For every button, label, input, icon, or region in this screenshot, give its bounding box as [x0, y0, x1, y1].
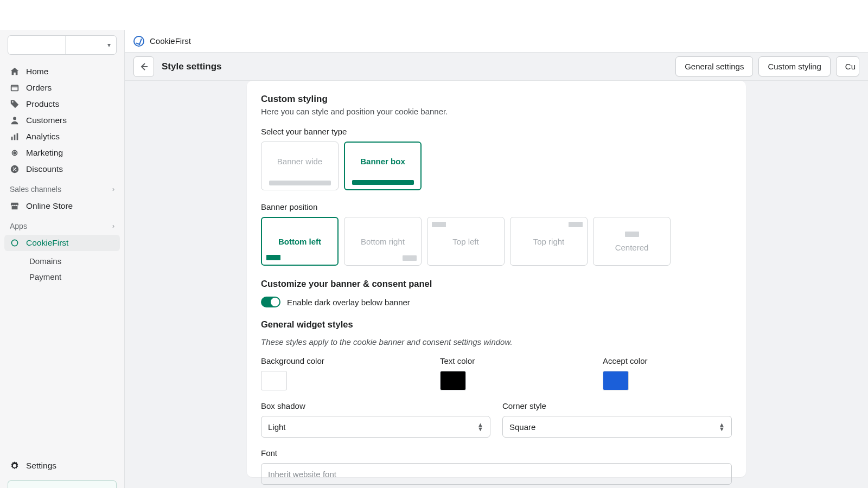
sidebar-item-cookiefirst[interactable]: CookieFirst: [4, 235, 120, 251]
sidebar-item-label: Home: [26, 67, 48, 76]
font-label: Font: [261, 448, 732, 458]
svg-rect-0: [11, 86, 18, 91]
chevron-right-icon: ›: [112, 185, 114, 193]
sidebar-subitem-domains[interactable]: Domains: [24, 253, 124, 269]
app-header: CookieFirst: [125, 30, 868, 53]
style-card: Custom styling Here you can style and po…: [247, 81, 746, 477]
svg-point-10: [11, 240, 17, 246]
text-color-swatch[interactable]: [440, 371, 466, 390]
accept-color-swatch[interactable]: [603, 371, 629, 390]
store-icon: [10, 201, 20, 211]
svg-point-1: [13, 117, 16, 120]
page-title: Style settings: [162, 61, 222, 72]
bg-color-label: Background color: [261, 356, 407, 365]
text-color-label: Text color: [440, 356, 570, 365]
sidebar-item-analytics[interactable]: Analytics: [4, 129, 120, 145]
general-settings-button[interactable]: General settings: [675, 56, 753, 76]
card-heading: Custom styling: [261, 94, 732, 105]
svg-point-9: [15, 170, 16, 171]
sidebar-item-discounts[interactable]: Discounts: [4, 161, 120, 177]
sidebar: ▾ Home Orders Products: [0, 30, 125, 488]
box-shadow-select[interactable]: Light ▲▼: [261, 416, 490, 438]
position-centered[interactable]: Centered: [593, 217, 671, 266]
sidebar-item-customers[interactable]: Customers: [4, 112, 120, 129]
chevron-right-icon: ›: [112, 222, 114, 230]
app-icon: [10, 238, 20, 248]
position-bottom-right[interactable]: Bottom right: [344, 217, 422, 266]
sidebar-item-marketing[interactable]: Marketing: [4, 145, 120, 161]
svg-point-6: [14, 152, 16, 154]
general-styles-sub: These styles apply to the cookie banner …: [261, 337, 732, 346]
sales-channels-header[interactable]: Sales channels ›: [0, 179, 124, 196]
discount-icon: [10, 164, 20, 174]
dark-overlay-toggle[interactable]: [261, 297, 280, 307]
sidebar-item-online-store[interactable]: Online Store: [4, 198, 120, 214]
card-sub: Here you can style and position your coo…: [261, 107, 732, 116]
extra-button[interactable]: Cu: [836, 56, 859, 76]
sidebar-item-home[interactable]: Home: [4, 63, 120, 80]
position-top-right[interactable]: Top right: [510, 217, 588, 266]
apps-header[interactable]: Apps ›: [0, 216, 124, 233]
banner-type-wide[interactable]: Banner wide: [261, 142, 339, 190]
corner-style-label: Corner style: [502, 401, 732, 410]
banner-type-label: Select your banner type: [261, 127, 732, 136]
user-icon: [10, 115, 20, 125]
chart-icon: [10, 132, 20, 142]
orders-icon: [10, 83, 20, 93]
chevron-down-icon: ▾: [107, 41, 111, 49]
sidebar-item-label: Orders: [26, 83, 52, 93]
sidebar-item-label: Online Store: [26, 201, 73, 211]
megaphone-icon: [10, 148, 20, 158]
accept-color-label: Accept color: [603, 356, 648, 365]
corner-style-select[interactable]: Square ▲▼: [502, 416, 732, 438]
general-styles-heading: General widget styles: [261, 319, 732, 330]
dark-overlay-label: Enable dark overlay below banner: [287, 298, 410, 307]
back-button[interactable]: [133, 56, 154, 77]
svg-rect-3: [14, 134, 16, 140]
sidebar-item-label: Customers: [26, 115, 67, 125]
cookiefirst-logo-icon: [133, 36, 144, 47]
select-updown-icon: ▲▼: [477, 422, 483, 431]
bg-color-swatch[interactable]: [261, 371, 287, 390]
position-top-left[interactable]: Top left: [427, 217, 505, 266]
svg-rect-4: [17, 133, 18, 140]
position-bottom-left[interactable]: Bottom left: [261, 217, 339, 266]
font-input[interactable]: Inherit website font: [261, 463, 732, 485]
sidebar-item-products[interactable]: Products: [4, 96, 120, 112]
gear-icon: [10, 461, 20, 471]
sidebar-item-settings[interactable]: Settings: [0, 455, 124, 476]
home-icon: [10, 67, 20, 76]
sidebar-item-label: Products: [26, 99, 59, 109]
sidebar-item-orders[interactable]: Orders: [4, 80, 120, 96]
main: CookieFirst Style settings General setti…: [125, 30, 868, 488]
sidebar-bottom-panel: [8, 480, 117, 488]
sidebar-item-label: Marketing: [26, 148, 63, 158]
banner-position-label: Banner position: [261, 202, 732, 211]
store-selector[interactable]: ▾: [8, 35, 117, 55]
sidebar-item-label: CookieFirst: [26, 238, 68, 248]
tag-icon: [10, 99, 20, 109]
banner-type-box[interactable]: Banner box: [344, 142, 422, 190]
page-header: Style settings General settings Custom s…: [125, 53, 868, 81]
svg-rect-2: [11, 137, 13, 140]
customize-heading: Customize your banner & consent panel: [261, 279, 732, 289]
select-updown-icon: ▲▼: [719, 422, 725, 431]
svg-point-8: [13, 168, 14, 169]
app-name: CookieFirst: [150, 36, 191, 46]
arrow-left-icon: [138, 61, 149, 72]
sidebar-subitem-payment[interactable]: Payment: [24, 269, 124, 285]
sidebar-item-label: Analytics: [26, 132, 60, 142]
sidebar-item-label: Discounts: [26, 164, 63, 174]
custom-styling-button[interactable]: Custom styling: [758, 56, 830, 76]
box-shadow-label: Box shadow: [261, 401, 490, 410]
